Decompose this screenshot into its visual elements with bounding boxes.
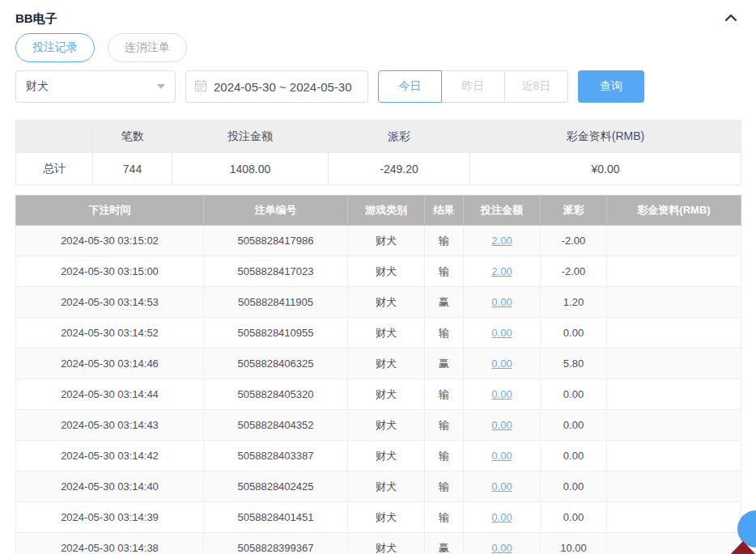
result-cell: 输 [425, 226, 464, 256]
payout-cell: 0.00 [541, 472, 607, 502]
records-header-cell: 投注金额 [464, 196, 541, 226]
summary-header-cell: 派彩 [329, 121, 470, 153]
order-id-cell: 5058828404352 [204, 410, 348, 441]
bet-amount-link[interactable]: 0.00 [491, 296, 512, 308]
floating-corner-icon[interactable] [728, 541, 756, 554]
game-select[interactable]: 财犬 [15, 70, 176, 103]
time-cell: 2024-05-30 03:15:00 [16, 256, 204, 287]
bonus-cell [607, 256, 741, 287]
time-cell: 2024-05-30 03:15:02 [16, 226, 204, 256]
records-header-cell: 彩金资料(RMB) [607, 196, 741, 226]
game-type-cell: 财犬 [348, 533, 425, 554]
bet-amount-link[interactable]: 2.00 [491, 235, 512, 247]
result-cell: 赢 [425, 533, 464, 554]
bet-amount-link: 0.00 [464, 410, 541, 441]
bet-amount-link[interactable]: 2.00 [491, 265, 512, 277]
bonus-cell [607, 533, 741, 554]
payout-cell: 0.00 [541, 379, 607, 410]
quick-range-button-1[interactable]: 昨日 [441, 70, 505, 103]
bet-amount-link[interactable]: 0.00 [491, 357, 512, 370]
caret-down-icon [157, 84, 165, 89]
order-id-cell: 5058828401451 [204, 502, 348, 533]
bet-amount-link[interactable]: 0.00 [491, 327, 512, 339]
quick-range-button-2[interactable]: 近8日 [504, 70, 568, 103]
game-type-cell: 财犬 [348, 502, 425, 533]
quick-range-group: 今日昨日近8日 [378, 70, 568, 103]
order-id-cell: 5058828417986 [204, 226, 348, 256]
records-header-row: 下注时间注单编号游戏类别结果投注金额派彩彩金资料(RMB) [16, 196, 741, 226]
bet-amount-link: 0.00 [464, 349, 541, 379]
bet-amount-link: 0.00 [464, 318, 541, 349]
time-cell: 2024-05-30 03:14:53 [16, 287, 204, 318]
game-type-cell: 财犬 [348, 441, 425, 472]
time-cell: 2024-05-30 03:14:42 [16, 441, 204, 472]
bet-amount-link: 0.00 [464, 441, 541, 472]
summary-header-cell [16, 121, 93, 153]
order-id-cell: 5058828405320 [204, 379, 348, 410]
bonus-cell [607, 379, 741, 410]
payout-cell: 10.00 [541, 533, 607, 554]
tab-bet-records[interactable]: 投注记录 [15, 33, 95, 62]
date-range-input[interactable]: 2024-05-30 ~ 2024-05-30 [185, 70, 368, 103]
payout-cell: 0.00 [541, 502, 607, 533]
query-button[interactable]: 查询 [578, 70, 644, 103]
bet-amount-link[interactable]: 0.00 [491, 450, 512, 462]
game-type-cell: 财犬 [348, 287, 425, 318]
game-type-cell: 财犬 [348, 379, 425, 410]
records-header-cell: 注单编号 [204, 196, 348, 226]
records-table: 下注时间注单编号游戏类别结果投注金额派彩彩金资料(RMB) 2024-05-30… [15, 195, 741, 554]
game-type-cell: 财犬 [348, 472, 425, 502]
panel: BB电子 投注记录连消注单 财犬 [0, 0, 756, 554]
game-select-value: 财犬 [26, 79, 49, 94]
time-cell: 2024-05-30 03:14:44 [16, 379, 204, 410]
table-row: 2024-05-30 03:14:385058828399367财犬赢0.001… [16, 533, 741, 554]
records-header-cell: 派彩 [541, 196, 607, 226]
summary-header-cell: 投注金额 [172, 121, 329, 153]
summary-row-label: 总计 [16, 153, 93, 185]
collapse-panel-button[interactable] [721, 9, 741, 28]
time-cell: 2024-05-30 03:14:40 [16, 472, 204, 502]
bet-amount-link[interactable]: 0.00 [491, 419, 512, 431]
table-row: 2024-05-30 03:14:425058828403387财犬输0.000… [16, 441, 741, 472]
game-type-cell: 财犬 [348, 410, 425, 441]
time-cell: 2024-05-30 03:14:39 [16, 502, 204, 533]
table-row: 2024-05-30 03:14:535058828411905财犬赢0.001… [16, 287, 741, 318]
time-cell: 2024-05-30 03:14:43 [16, 410, 204, 441]
bet-amount-link: 0.00 [464, 472, 541, 502]
time-cell: 2024-05-30 03:14:46 [16, 349, 204, 379]
date-range-value: 2024-05-30 ~ 2024-05-30 [214, 80, 352, 94]
bet-amount-link: 0.00 [464, 379, 541, 410]
game-type-cell: 财犬 [348, 318, 425, 349]
summary-header-cell: 笔数 [93, 121, 172, 153]
bet-amount-link[interactable]: 0.00 [491, 511, 512, 523]
time-cell: 2024-05-30 03:14:52 [16, 318, 204, 349]
result-cell: 输 [425, 410, 464, 441]
summary-payout: -249.20 [329, 153, 470, 185]
summary-table: 笔数投注金额派彩彩金资料(RMB) 总计 744 1408.00 -249.20… [15, 120, 741, 185]
bet-amount-link[interactable]: 0.00 [491, 388, 512, 400]
game-type-cell: 财犬 [348, 349, 425, 379]
table-row: 2024-05-30 03:14:465058828406325财犬赢0.005… [16, 349, 741, 379]
summary-total-row: 总计 744 1408.00 -249.20 ¥0.00 [16, 153, 741, 185]
result-cell: 输 [425, 256, 464, 287]
records-header-cell: 游戏类别 [348, 196, 425, 226]
quick-range-button-0[interactable]: 今日 [378, 70, 442, 103]
bet-amount-link[interactable]: 0.00 [491, 480, 512, 493]
result-cell: 赢 [425, 349, 464, 379]
table-row: 2024-05-30 03:14:445058828405320财犬输0.000… [16, 379, 741, 410]
bet-amount-link[interactable]: 0.00 [491, 542, 512, 554]
summary-count: 744 [93, 153, 172, 185]
result-cell: 输 [425, 441, 464, 472]
panel-header: BB电子 [15, 0, 741, 27]
bet-amount-link: 0.00 [464, 502, 541, 533]
summary-bonus: ¥0.00 [470, 153, 741, 185]
result-cell: 赢 [425, 287, 464, 318]
summary-bet-amount: 1408.00 [172, 153, 329, 185]
table-row: 2024-05-30 03:14:525058828410955财犬输0.000… [16, 318, 741, 349]
result-cell: 输 [425, 472, 464, 502]
tab-cancelled-orders[interactable]: 连消注单 [108, 33, 187, 62]
payout-cell: 5.80 [541, 349, 607, 379]
chevron-up-icon [723, 10, 739, 28]
order-id-cell: 5058828410955 [204, 318, 348, 349]
payout-cell: 0.00 [541, 410, 607, 441]
